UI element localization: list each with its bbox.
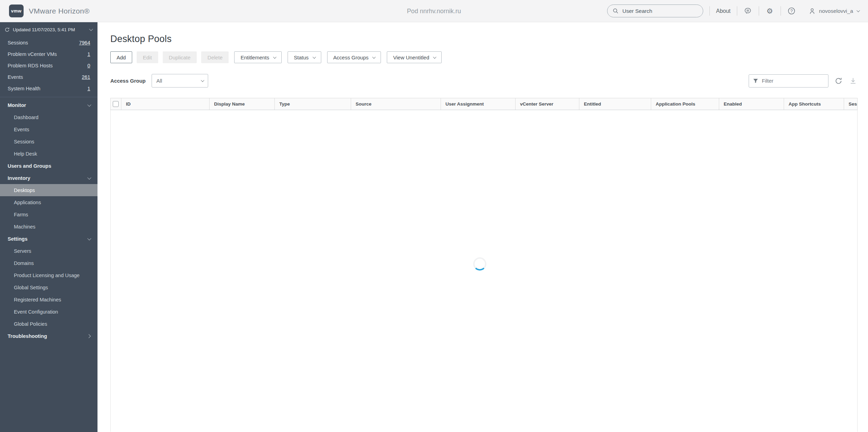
column-header-application-pools[interactable]: Application Pools [651, 98, 719, 110]
sidebar-item-sessions[interactable]: Sessions [0, 135, 97, 148]
stat-value-link[interactable]: 7964 [79, 40, 90, 45]
chevron-icon [87, 175, 91, 179]
sidebar-item-events[interactable]: Events [0, 123, 97, 135]
sidebar-item-global-settings[interactable]: Global Settings [0, 281, 97, 293]
sidebar-stat-problem-vcenter-vms: Problem vCenter VMs 1 [0, 48, 97, 60]
sidebar-item-monitor[interactable]: Monitor [0, 99, 97, 111]
about-link[interactable]: About [716, 8, 731, 14]
button-label: Add [117, 55, 126, 60]
column-header-type[interactable]: Type [274, 98, 351, 110]
filter-input[interactable]: Filter [749, 74, 828, 88]
column-header-enabled[interactable]: Enabled [719, 98, 784, 110]
nav-item-label: Domains [14, 260, 34, 266]
column-header-label: Source [356, 101, 372, 107]
column-header-label: App Shortcuts [789, 101, 821, 107]
divider [709, 6, 710, 16]
toolbar-button-delete[interactable]: Delete [201, 51, 229, 63]
sidebar-item-dashboard[interactable]: Dashboard [0, 111, 97, 123]
toolbar-button-edit[interactable]: Edit [137, 51, 158, 63]
toolbar-dropdown-status[interactable]: Status [288, 51, 321, 63]
nav-item-label: Troubleshooting [8, 333, 47, 339]
divider [781, 6, 781, 16]
chevron-icon [87, 102, 91, 106]
sidebar-item-help-desk[interactable]: Help Desk [0, 148, 97, 160]
chevron-down-icon [433, 55, 436, 59]
column-header-user-assignment[interactable]: User Assignment [441, 98, 515, 110]
access-group-value: All [156, 78, 162, 84]
stat-value-link[interactable]: 0 [87, 63, 90, 68]
sidebar-item-inventory[interactable]: Inventory [0, 172, 97, 184]
column-header-source[interactable]: Source [351, 98, 441, 110]
sidebar-item-event-configuration[interactable]: Event Configuration [0, 306, 97, 318]
sidebar-item-machines[interactable]: Machines [0, 221, 97, 233]
column-header-vcenter-server[interactable]: vCenter Server [515, 98, 579, 110]
sidebar-item-domains[interactable]: Domains [0, 257, 97, 269]
sidebar-divider [0, 97, 97, 97]
sidebar-updated-row[interactable]: Updated 11/07/2023, 5:41 PM [0, 22, 97, 37]
nav-item-label: Sessions [14, 139, 34, 144]
nav-item-label: Monitor [8, 102, 26, 108]
nav-item-label: Event Configuration [14, 309, 58, 315]
stat-label: System Health [8, 86, 40, 91]
access-group-select[interactable]: All [152, 74, 208, 88]
sidebar-item-servers[interactable]: Servers [0, 245, 97, 257]
filter-cluster: Filter [749, 74, 858, 88]
column-header-id[interactable]: ID [121, 98, 209, 110]
sidebar-item-farms[interactable]: Farms [0, 208, 97, 221]
button-label: Edit [143, 55, 152, 60]
sidebar-item-product-licensing-and-usage[interactable]: Product Licensing and Usage [0, 269, 97, 281]
dropdown-label: View Unentitled [393, 55, 429, 60]
sidebar-item-global-policies[interactable]: Global Policies [0, 318, 97, 330]
toolbar-dropdown-view-unentitled[interactable]: View Unentitled [387, 51, 442, 63]
table-body [110, 110, 858, 432]
stat-value-link[interactable]: 261 [82, 74, 90, 80]
column-header-label: User Assignment [445, 101, 484, 107]
column-header-label: ID [126, 101, 131, 107]
checkbox-icon[interactable] [113, 101, 119, 107]
select-all-checkbox[interactable] [111, 98, 121, 110]
divider [759, 6, 759, 16]
loading-spinner [473, 257, 486, 271]
column-header-display-name[interactable]: Display Name [209, 98, 274, 110]
user-search-input[interactable]: User Search [607, 5, 703, 17]
stat-value-link[interactable]: 1 [87, 51, 90, 57]
nav-item-label: Desktops [14, 188, 35, 193]
toolbar-button-duplicate[interactable]: Duplicate [163, 51, 197, 63]
nav-item-label: Global Settings [14, 285, 48, 290]
chevron-down-icon [372, 55, 376, 59]
refresh-icon[interactable] [834, 76, 843, 85]
nav-item-label: Inventory [8, 175, 30, 181]
column-header-sess[interactable]: Sess [844, 98, 857, 110]
column-header-app-shortcuts[interactable]: App Shortcuts [784, 98, 844, 110]
sidebar-item-settings[interactable]: Settings [0, 233, 97, 245]
download-icon[interactable] [849, 76, 858, 85]
sidebar-item-users-and-groups[interactable]: Users and Groups [0, 160, 97, 172]
dropdown-label: Access Groups [333, 55, 369, 60]
search-icon [613, 8, 619, 14]
toolbar-button-add[interactable]: Add [110, 51, 132, 63]
nav-item-label: Registered Machines [14, 297, 61, 302]
nav-item-label: Farms [14, 212, 28, 217]
user-menu[interactable]: novoselovvi_a [809, 8, 859, 15]
gear-icon[interactable]: ⚙ [765, 7, 774, 16]
sidebar-item-desktops[interactable]: Desktops [0, 184, 97, 196]
button-label: Duplicate [169, 55, 191, 60]
column-header-entitled[interactable]: Entitled [579, 98, 651, 110]
nav-item-label: Help Desk [14, 151, 37, 157]
feedback-bubble-icon[interactable] [743, 7, 752, 16]
chevron-down-icon [313, 55, 316, 59]
stat-value-link[interactable]: 1 [87, 86, 90, 91]
sidebar-item-troubleshooting[interactable]: Troubleshooting [0, 330, 97, 342]
help-icon[interactable]: ? [787, 7, 796, 16]
sidebar-item-applications[interactable]: Applications [0, 196, 97, 208]
column-header-label: Entitled [584, 101, 601, 107]
sidebar-item-registered-machines[interactable]: Registered Machines [0, 293, 97, 306]
toolbar-dropdown-entitlements[interactable]: Entitlements [234, 51, 282, 63]
toolbar-dropdown-access-groups[interactable]: Access Groups [327, 51, 381, 63]
nav-item-label: Global Policies [14, 321, 47, 327]
nav-item-label: Settings [8, 236, 27, 242]
desktop-pools-table: ID Display Name Type Source User Assignm… [110, 98, 858, 432]
sidebar-stat-problem-rds-hosts: Problem RDS Hosts 0 [0, 60, 97, 71]
vmware-logo-text: vmw [11, 8, 22, 14]
stat-label: Problem vCenter VMs [8, 51, 57, 57]
